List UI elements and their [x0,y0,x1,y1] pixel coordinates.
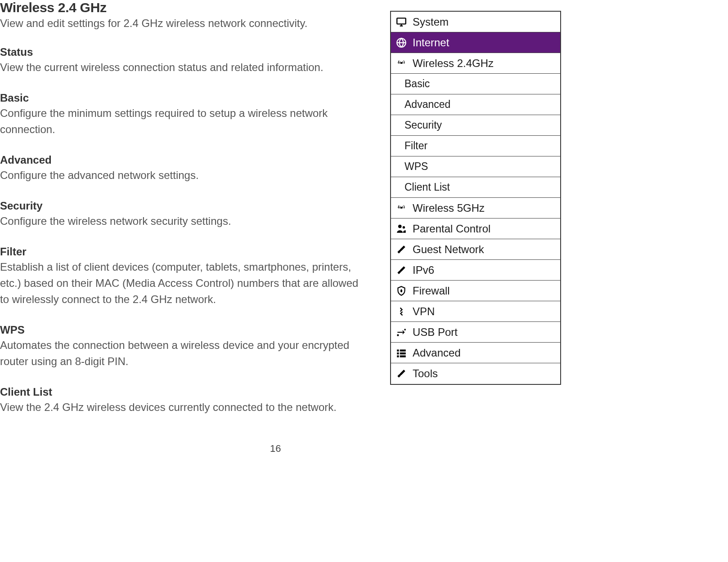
usb-icon [395,326,413,338]
section-basic: Basic Configure the minimum settings req… [0,92,369,138]
sidebar-item-label: USB Port [413,326,560,339]
sidebar-subitem-basic[interactable]: Basic [391,74,560,94]
svg-rect-8 [397,349,399,351]
page-title: Wireless 2.4 GHz [0,0,369,15]
sidebar-subitem-security[interactable]: Security [391,115,560,136]
section-heading: Security [0,200,369,212]
sidebar-item-label: Parental Control [413,223,560,235]
sidebar-item-label: Internet [413,36,560,49]
section-filter: Filter Establish a list of client device… [0,245,369,308]
sidebar-item-label: Guest Network [413,243,560,256]
sidebar-subitem-wps[interactable]: WPS [391,156,560,177]
section-desc: Configure the wireless network security … [0,213,369,229]
sidebar-item-wireless-24[interactable]: Wireless 2.4GHz [391,53,560,74]
sidebar-subitem-advanced[interactable]: Advanced [391,94,560,115]
section-heading: Basic [0,92,369,104]
svg-rect-0 [397,18,406,24]
section-advanced: Advanced Configure the advanced network … [0,154,369,183]
svg-point-7 [403,226,405,228]
sidebar-subitem-label: Filter [404,140,427,152]
section-heading: Advanced [0,154,369,166]
firewall-icon [395,285,413,297]
sidebar-item-label: System [413,16,560,28]
sidebar-item-tools[interactable]: Tools [391,363,560,384]
sidebar-item-usb[interactable]: USB Port [391,322,560,343]
section-desc: Configure the minimum settings required … [0,105,369,138]
sidebar-subitem-label: Advanced [404,98,450,111]
section-desc: Automates the connection between a wirel… [0,337,369,370]
sidebar-subitem-label: Security [404,119,442,131]
svg-rect-10 [397,352,399,354]
sidebar-item-label: Tools [413,367,560,380]
sidebar-item-label: Wireless 5GHz [413,202,560,214]
sidebar-item-internet[interactable]: Internet [391,32,560,53]
sidebar-item-label: Advanced [413,347,560,359]
svg-point-4 [400,62,402,63]
section-heading: WPS [0,324,369,336]
svg-rect-11 [400,352,406,354]
main-content: Wireless 2.4 GHz View and edit settings … [0,0,369,432]
sidebar-item-label: Firewall [413,285,560,297]
section-client-list: Client List View the 2.4 GHz wireless de… [0,386,369,415]
wifi-icon [395,202,413,214]
section-status: Status View the current wireless connect… [0,46,369,76]
section-security: Security Configure the wireless network … [0,200,369,229]
sidebar-item-firewall[interactable]: Firewall [391,281,560,301]
tools-icon [395,264,413,276]
section-desc: View the 2.4 GHz wireless devices curren… [0,399,369,415]
list-icon [395,347,413,359]
sidebar-item-system[interactable]: System [391,12,560,32]
sidebar-nav: System Internet Wireless 2.4GHz Basic Ad… [390,11,561,385]
svg-point-5 [400,206,402,208]
sidebar-item-ipv6[interactable]: IPv6 [391,260,560,281]
section-heading: Status [0,46,369,58]
tools-icon [395,368,413,379]
sidebar-subitem-filter[interactable]: Filter [391,136,560,156]
tools-icon [395,244,413,255]
section-wps: WPS Automates the connection between a w… [0,324,369,370]
section-desc: Configure the advanced network settings. [0,167,369,183]
section-heading: Filter [0,245,369,258]
page-subtitle: View and edit settings for 2.4 GHz wirel… [0,17,369,30]
sidebar-item-advanced[interactable]: Advanced [391,343,560,363]
svg-rect-9 [400,349,406,351]
section-heading: Client List [0,386,369,398]
svg-rect-13 [400,355,406,357]
globe-icon [395,37,413,49]
monitor-icon [395,16,413,28]
sidebar-subitem-clientlist[interactable]: Client List [391,177,560,198]
page-number: 16 [270,443,281,455]
people-icon [395,223,413,235]
sidebar-item-vpn[interactable]: VPN [391,301,560,322]
sidebar-item-label: Wireless 2.4GHz [413,57,560,70]
section-desc: View the current wireless connection sta… [0,59,369,76]
svg-rect-12 [397,355,399,357]
svg-point-6 [398,224,402,228]
sidebar-subitem-label: WPS [404,161,428,173]
wifi-icon [395,58,413,69]
section-desc: Establish a list of client devices (comp… [0,259,369,308]
sidebar-item-label: IPv6 [413,264,560,277]
sidebar-subitem-label: Client List [404,181,450,193]
vpn-icon [395,306,413,317]
sidebar-item-guest[interactable]: Guest Network [391,239,560,260]
sidebar-item-parental[interactable]: Parental Control [391,219,560,239]
sidebar-item-wireless-5[interactable]: Wireless 5GHz [391,198,560,219]
sidebar-subitem-label: Basic [404,78,430,90]
sidebar-item-label: VPN [413,305,560,318]
